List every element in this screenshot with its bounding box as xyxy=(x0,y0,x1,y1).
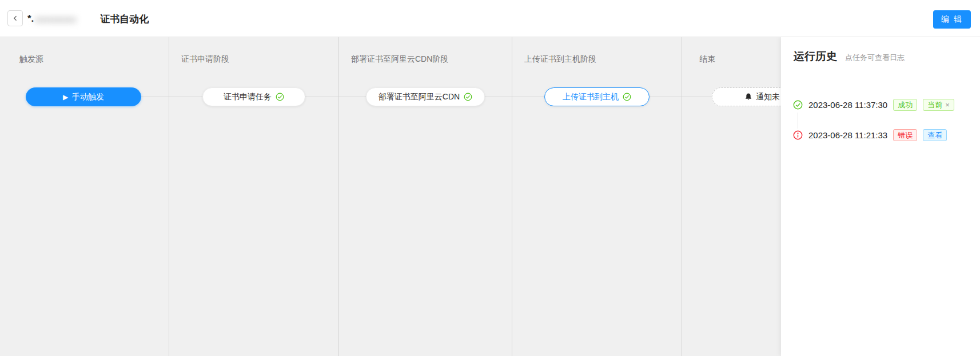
node-label: 通知未 xyxy=(756,92,780,102)
node-label: 上传证书到主机 xyxy=(563,92,619,102)
column-label: 上传证书到主机阶段 xyxy=(524,54,596,65)
node-label: 证书申请任务 xyxy=(224,92,272,102)
page-title-suffix: 证书自动化 xyxy=(100,13,149,26)
node-label: 手动触发 xyxy=(72,92,104,102)
run-history-hint: 点任务可查看日志 xyxy=(845,53,905,63)
edit-button[interactable]: 编 辑 xyxy=(933,10,971,29)
chevron-left-icon xyxy=(12,15,19,22)
history-timestamp: 2023-06-28 11:21:33 xyxy=(808,130,887,140)
close-icon[interactable]: × xyxy=(945,101,950,109)
column-upload-host-stage: 上传证书到主机阶段 xyxy=(512,37,682,356)
column-label: 部署证书至阿里云CDN阶段 xyxy=(351,54,448,65)
play-icon: ▶ xyxy=(63,93,68,101)
redacted-domain: ■■■■■■■ xyxy=(35,14,99,24)
back-button[interactable] xyxy=(7,10,23,26)
view-log-badge[interactable]: 查看 xyxy=(923,129,947,141)
bell-icon xyxy=(744,93,752,101)
node-cert-apply-task[interactable]: 证书申请任务 xyxy=(202,87,305,106)
page-title: *.■■■■■■■证书自动化 xyxy=(27,12,149,26)
node-deploy-cdn-task[interactable]: 部署证书至阿里云CDN xyxy=(366,87,485,106)
history-entry[interactable]: 2023-06-28 11:21:33 错误 查看 xyxy=(793,129,947,141)
status-badge-error[interactable]: 错误 xyxy=(893,129,917,141)
run-history-title: 运行历史 xyxy=(794,49,837,64)
badge-label: 错误 xyxy=(898,130,913,141)
check-circle-icon xyxy=(623,93,631,101)
badge-label: 当前 xyxy=(927,100,942,110)
check-circle-icon xyxy=(793,100,803,110)
timeline-connector xyxy=(798,113,798,129)
history-entry[interactable]: 2023-06-28 11:37:30 成功 当前 × xyxy=(793,99,954,111)
column-trigger-source: 触发源 xyxy=(0,37,169,356)
run-history-header: 运行历史 点任务可查看日志 xyxy=(794,49,905,64)
node-label: 部署证书至阿里云CDN xyxy=(379,92,460,102)
badge-label: 查看 xyxy=(927,130,942,141)
column-label: 触发源 xyxy=(19,54,43,65)
column-deploy-cdn-stage: 部署证书至阿里云CDN阶段 xyxy=(339,37,512,356)
node-manual-trigger[interactable]: ▶ 手动触发 xyxy=(26,87,141,106)
history-timestamp: 2023-06-28 11:37:30 xyxy=(808,100,887,110)
node-upload-host-task[interactable]: 上传证书到主机 xyxy=(544,87,650,106)
badge-label: 成功 xyxy=(898,100,913,110)
check-circle-icon xyxy=(464,93,472,101)
error-circle-icon xyxy=(793,130,803,140)
status-badge-success[interactable]: 成功 xyxy=(893,99,917,111)
run-history-panel: 运行历史 点任务可查看日志 2023-06-28 11:37:30 成功 当前 … xyxy=(781,37,980,356)
column-cert-apply-stage: 证书申请阶段 xyxy=(169,37,339,356)
page-title-prefix: *. xyxy=(27,13,34,25)
top-bar: *.■■■■■■■证书自动化 编 辑 xyxy=(0,0,980,37)
check-circle-icon xyxy=(276,93,284,101)
column-label: 结束 xyxy=(699,54,715,65)
current-badge[interactable]: 当前 × xyxy=(923,99,954,111)
column-label: 证书申请阶段 xyxy=(181,54,229,65)
